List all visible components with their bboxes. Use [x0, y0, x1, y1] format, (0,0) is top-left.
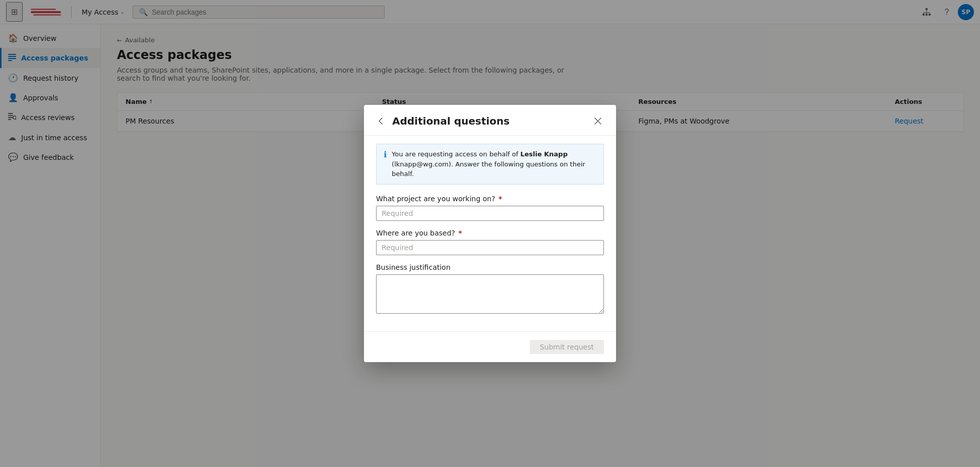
- info-icon: ℹ: [384, 150, 387, 159]
- required-indicator-2: *: [458, 229, 462, 237]
- form-group-justification: Business justification: [376, 263, 604, 315]
- label-justification: Business justification: [376, 263, 604, 271]
- input-project[interactable]: [376, 206, 604, 221]
- modal-title: Additional questions: [392, 115, 586, 127]
- modal-overlay[interactable]: Additional questions ℹ You are requestin…: [0, 0, 980, 467]
- modal-back-button[interactable]: [376, 116, 386, 126]
- submit-request-button[interactable]: Submit request: [530, 340, 604, 354]
- form-group-location: Where are you based? *: [376, 229, 604, 255]
- modal-header: Additional questions: [364, 105, 616, 136]
- label-project: What project are you working on? *: [376, 195, 604, 203]
- input-location[interactable]: [376, 240, 604, 255]
- info-banner: ℹ You are requesting access on behalf of…: [376, 144, 604, 185]
- additional-questions-modal: Additional questions ℹ You are requestin…: [364, 105, 616, 362]
- form-group-project: What project are you working on? *: [376, 195, 604, 221]
- modal-footer: Submit request: [364, 331, 616, 362]
- info-text: You are requesting access on behalf of L…: [392, 149, 596, 179]
- label-location: Where are you based? *: [376, 229, 604, 237]
- modal-body: ℹ You are requesting access on behalf of…: [364, 136, 616, 331]
- textarea-justification[interactable]: [376, 274, 604, 314]
- required-indicator: *: [499, 195, 502, 203]
- modal-close-button[interactable]: [592, 115, 604, 127]
